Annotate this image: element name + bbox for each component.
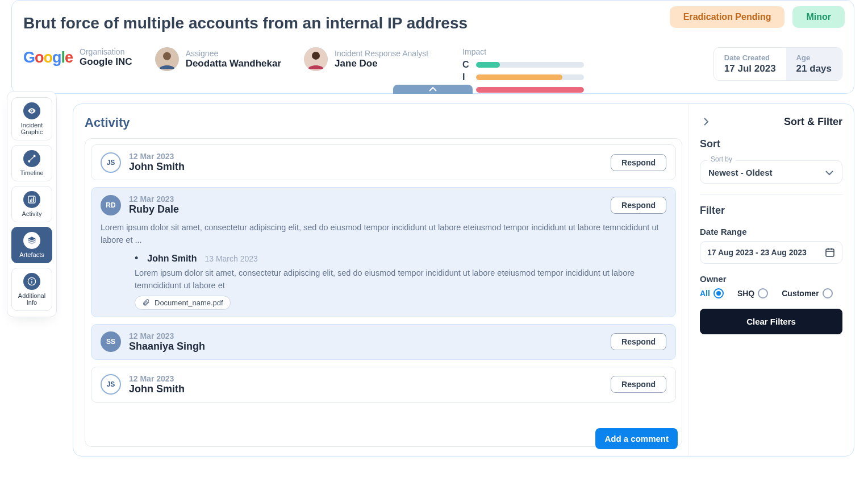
organisation-value: Google INC: [80, 56, 132, 68]
status-badge: Eradication Pending: [670, 6, 785, 28]
respond-button[interactable]: Respond: [611, 154, 666, 171]
svg-point-12: [31, 279, 32, 280]
severity-badge: Minor: [792, 6, 845, 28]
side-nav: IncidentGraphicTimelineActivityArtefacts…: [7, 91, 57, 317]
avatar: SS: [101, 331, 121, 352]
sort-by-legend: Sort by: [707, 155, 736, 163]
svg-rect-9: [31, 198, 32, 202]
sort-by-select[interactable]: Sort by Newest - Oldest: [700, 160, 842, 184]
reply-body: Lorem ipsum dolor sit amet, consectetur …: [135, 267, 666, 292]
activity-title: Activity: [85, 115, 682, 130]
activity-column: Activity JS12 Mar 2023John SmithRespondR…: [73, 104, 688, 456]
activity-entry: JS12 Mar 2023John SmithRespond: [91, 367, 676, 403]
entry-date: 12 Mar 2023: [129, 152, 185, 161]
svg-rect-8: [30, 200, 31, 202]
date-range-value: 17 Aug 2023 - 23 Aug 2023: [707, 248, 807, 257]
assignee-label: Assignee: [186, 49, 281, 58]
nav-label: Timeline: [20, 169, 43, 176]
collapse-handle[interactable]: [393, 85, 473, 94]
svg-rect-10: [33, 197, 34, 202]
entry-author: Ruby Dale: [129, 204, 179, 215]
date-age-block: Date Created 17 Jul 2023 Age 21 days: [713, 47, 842, 81]
impact-c: C: [462, 60, 584, 70]
age-label: Age: [796, 53, 832, 62]
nav-item-activity[interactable]: Activity: [11, 186, 52, 222]
layers-icon: [23, 232, 40, 249]
avatar: RD: [101, 195, 121, 215]
entry-reply: •John Smith13 March 2023Lorem ipsum dolo…: [101, 252, 666, 310]
avatar: JS: [101, 152, 121, 173]
filter-section-title: Filter: [700, 205, 842, 217]
analyst-label: Incident Response Analyst: [335, 49, 428, 58]
status-badges: Eradication Pending Minor: [670, 6, 845, 28]
entry-body: Lorem ipsum dolor sit amet, consectetur …: [101, 221, 666, 247]
impact-label: Impact: [462, 47, 584, 56]
activity-entry: JS12 Mar 2023John SmithRespond: [91, 144, 676, 180]
analyst-value: Jane Doe: [335, 58, 428, 69]
nav-label: IncidentGraphic: [21, 122, 43, 135]
analyst-block: Incident Response Analyst Jane Doe: [304, 47, 428, 71]
nav-label: Activity: [22, 210, 42, 217]
entry-date: 12 Mar 2023: [129, 331, 205, 341]
chevron-down-icon: [825, 170, 834, 176]
nav-item-incident-graphic[interactable]: IncidentGraphic: [11, 97, 52, 140]
date-created-label: Date Created: [724, 53, 776, 62]
nav-label: AdditionalInfo: [18, 292, 45, 306]
path-icon: [23, 150, 40, 167]
sort-by-value: Newest - Oldest: [708, 168, 773, 177]
organisation-block: Google Organisation Google INC: [23, 47, 132, 68]
impact-i: I: [462, 72, 584, 82]
svg-point-1: [163, 52, 171, 60]
entry-date: 12 Mar 2023: [129, 374, 185, 383]
chart-icon: [23, 191, 40, 208]
date-range-label: Date Range: [700, 227, 842, 237]
assignee-value: Deodatta Wandhekar: [186, 58, 281, 69]
reply-date: 13 March 2023: [205, 254, 257, 263]
google-logo: Google: [23, 49, 73, 67]
entry-author: John Smith: [129, 161, 185, 173]
impact-block: Impact C I A: [462, 47, 584, 97]
entry-date: 12 Mar 2023: [129, 194, 179, 204]
main-panel: Activity JS12 Mar 2023John SmithRespondR…: [73, 103, 854, 457]
attachment-chip[interactable]: Document_name.pdf: [135, 296, 231, 310]
entry-author: Shaaniya Singh: [129, 341, 205, 352]
svg-rect-14: [826, 249, 834, 256]
svg-point-3: [312, 52, 320, 60]
analyst-avatar: [304, 47, 328, 71]
nav-item-artefacts[interactable]: Artefacts: [11, 227, 52, 263]
eye-icon: [23, 102, 40, 119]
owner-radio-group: All SHQ Customer: [700, 288, 842, 298]
age-value: 21 days: [796, 63, 832, 74]
svg-rect-13: [31, 281, 32, 284]
impact-a: A: [462, 85, 584, 95]
owner-radio-shq[interactable]: SHQ: [737, 288, 768, 298]
date-range-input[interactable]: 17 Aug 2023 - 23 Aug 2023: [700, 241, 842, 264]
assignee-avatar: [155, 47, 179, 71]
attachment-name: Document_name.pdf: [155, 298, 223, 307]
filter-column: Sort & Filter Sort Sort by Newest - Olde…: [688, 104, 854, 456]
date-created-value: 17 Jul 2023: [724, 63, 776, 74]
organisation-label: Organisation: [80, 47, 132, 56]
owner-radio-all[interactable]: All: [700, 288, 724, 298]
respond-button[interactable]: Respond: [611, 333, 666, 350]
assignee-block: Assignee Deodatta Wandhekar: [155, 47, 281, 71]
filter-collapse-icon[interactable]: [700, 115, 712, 128]
reply-author: John Smith: [147, 254, 197, 264]
clear-filters-button[interactable]: Clear Filters: [700, 309, 842, 334]
sort-section-title: Sort: [700, 138, 842, 150]
nav-item-timeline[interactable]: Timeline: [11, 145, 52, 181]
activity-entry: SS12 Mar 2023Shaaniya SinghRespond: [91, 324, 676, 360]
nav-label: Artefacts: [19, 251, 44, 258]
info-icon: [23, 273, 40, 290]
respond-button[interactable]: Respond: [611, 197, 666, 214]
incident-header: Brut force of multiple accounts from an …: [11, 0, 854, 94]
sort-filter-title: Sort & Filter: [784, 116, 842, 128]
nav-item-additional-info[interactable]: AdditionalInfo: [11, 268, 52, 311]
respond-button[interactable]: Respond: [611, 376, 666, 393]
entry-author: John Smith: [129, 383, 185, 395]
activity-scroll[interactable]: JS12 Mar 2023John SmithRespondRD12 Mar 2…: [85, 138, 682, 447]
add-comment-button[interactable]: Add a comment: [595, 428, 678, 449]
owner-radio-customer[interactable]: Customer: [782, 288, 832, 298]
avatar: JS: [101, 374, 121, 395]
divider: [700, 194, 842, 194]
